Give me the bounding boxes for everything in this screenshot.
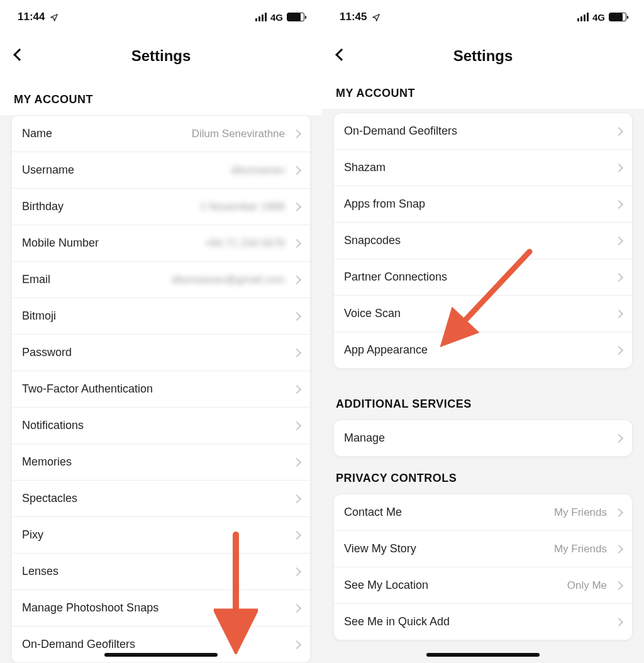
settings-row-email[interactable]: Emaildilumsenev@gmail.com — [12, 261, 310, 298]
settings-row-birthday[interactable]: Birthday1 November 1988 — [12, 188, 310, 225]
settings-row-on-demand-geofilters[interactable]: On-Demand Geofilters — [12, 626, 310, 662]
row-label: Pixy — [22, 528, 43, 542]
chevron-right-icon — [292, 275, 301, 284]
settings-row-manage[interactable]: Manage — [334, 420, 632, 456]
row-label: App Appearance — [344, 343, 428, 357]
settings-row-shazam[interactable]: Shazam — [334, 149, 632, 186]
settings-row-on-demand-geofilters[interactable]: On-Demand Geofilters — [334, 113, 632, 149]
row-label: Mobile Number — [22, 237, 99, 250]
row-right — [616, 347, 622, 354]
settings-row-apps-from-snap[interactable]: Apps from Snap — [334, 186, 632, 222]
status-bar-right: 4G — [255, 12, 304, 23]
chevron-right-icon — [614, 345, 623, 354]
settings-row-username[interactable]: Usernamedilumsenev — [12, 152, 310, 188]
chevron-right-icon — [614, 272, 623, 281]
row-label: Email — [22, 273, 50, 286]
row-value: dilumsenev@gmail.com — [171, 274, 285, 286]
nav-header: Settings — [322, 34, 644, 78]
back-button[interactable] — [11, 47, 28, 65]
settings-row-pixy[interactable]: Pixy — [12, 516, 310, 553]
row-right — [616, 165, 622, 171]
chevron-right-icon — [292, 603, 301, 612]
section-header-my-account: MY ACCOUNT — [322, 78, 644, 109]
row-right: dilumsenev — [231, 164, 300, 177]
chevron-left-icon — [13, 48, 26, 61]
signal-bars-icon — [255, 13, 267, 21]
additional-services-list: Manage — [333, 420, 633, 457]
row-right — [294, 496, 300, 502]
chevron-right-icon — [292, 348, 301, 357]
row-label: On-Demand Geofilters — [344, 125, 457, 138]
row-label: Memories — [22, 455, 72, 469]
section-header-my-account: MY ACCOUNT — [0, 78, 322, 115]
row-right: Dilum Senevirathne — [192, 128, 300, 140]
settings-row-manage-photoshoot-snaps[interactable]: Manage Photoshoot Snaps — [12, 589, 310, 626]
row-label: Notifications — [22, 419, 84, 432]
settings-row-lenses[interactable]: Lenses — [12, 553, 310, 589]
settings-row-snapcodes[interactable]: Snapcodes — [334, 222, 632, 259]
chevron-right-icon — [292, 457, 301, 466]
home-indicator[interactable] — [104, 653, 218, 657]
location-icon — [372, 13, 380, 21]
row-label: Manage — [344, 432, 385, 445]
chevron-right-icon — [614, 309, 623, 318]
settings-row-contact-me[interactable]: Contact MeMy Friends — [334, 494, 632, 530]
chevron-right-icon — [614, 236, 623, 245]
row-label: Partner Connections — [344, 270, 447, 284]
row-value: Dilum Senevirathne — [192, 128, 285, 140]
row-label: Username — [22, 164, 74, 177]
settings-row-app-appearance[interactable]: App Appearance — [334, 332, 632, 368]
status-bar-left: 11:44 — [18, 11, 58, 23]
row-label: View My Story — [344, 542, 416, 555]
chevron-right-icon — [614, 617, 623, 626]
row-right: My Friends — [554, 506, 622, 519]
settings-row-partner-connections[interactable]: Partner Connections — [334, 259, 632, 295]
chevron-left-icon — [335, 48, 348, 61]
chevron-right-icon — [292, 530, 301, 539]
row-label: Shazam — [344, 161, 386, 174]
row-right — [294, 532, 300, 538]
status-bar-left: 11:45 — [340, 11, 380, 23]
settings-row-memories[interactable]: Memories — [12, 443, 310, 480]
section-header-privacy-controls: PRIVACY CONTROLS — [322, 457, 644, 494]
chevron-right-icon — [292, 129, 301, 138]
row-right: dilumsenev@gmail.com — [171, 274, 300, 286]
row-right — [294, 386, 300, 393]
row-value: +94 71 234 5678 — [204, 237, 285, 250]
settings-row-name[interactable]: NameDilum Senevirathne — [12, 116, 310, 152]
settings-screen-left: 11:44 4G Settings MY ACCOUNT NameDilum S… — [0, 0, 322, 663]
privacy-controls-list: Contact MeMy FriendsView My StoryMy Frie… — [333, 494, 633, 640]
back-button[interactable] — [333, 47, 350, 65]
settings-row-see-me-in-quick-add[interactable]: See Me in Quick Add — [334, 603, 632, 640]
row-right: +94 71 234 5678 — [204, 237, 300, 250]
settings-row-two-factor-authentication[interactable]: Two-Factor Authentication — [12, 370, 310, 407]
row-right — [294, 423, 300, 429]
chevron-right-icon — [614, 544, 623, 553]
row-value: dilumsenev — [231, 164, 285, 177]
status-time: 11:45 — [340, 11, 367, 23]
settings-row-bitmoji[interactable]: Bitmoji — [12, 298, 310, 334]
row-value: My Friends — [554, 543, 607, 555]
row-label: Two-Factor Authentication — [22, 382, 153, 396]
chevron-right-icon — [292, 202, 301, 211]
row-right — [616, 128, 622, 135]
row-label: Manage Photoshoot Snaps — [22, 601, 158, 615]
row-right: Only Me — [567, 579, 622, 592]
row-label: Birthday — [22, 200, 64, 213]
settings-row-view-my-story[interactable]: View My StoryMy Friends — [334, 530, 632, 567]
row-right — [294, 313, 300, 320]
row-right — [616, 619, 622, 625]
chevron-right-icon — [292, 384, 301, 393]
settings-row-mobile-number[interactable]: Mobile Number+94 71 234 5678 — [12, 225, 310, 261]
settings-row-spectacles[interactable]: Spectacles — [12, 480, 310, 516]
signal-bars-icon — [577, 13, 589, 21]
row-right — [616, 311, 622, 317]
row-label: Lenses — [22, 565, 58, 578]
settings-row-password[interactable]: Password — [12, 334, 310, 370]
settings-row-notifications[interactable]: Notifications — [12, 407, 310, 443]
row-right — [294, 569, 300, 575]
settings-row-voice-scan[interactable]: Voice Scan — [334, 295, 632, 332]
settings-row-see-my-location[interactable]: See My LocationOnly Me — [334, 567, 632, 603]
account-list: NameDilum SenevirathneUsernamedilumsenev… — [11, 115, 311, 663]
home-indicator[interactable] — [426, 653, 540, 657]
